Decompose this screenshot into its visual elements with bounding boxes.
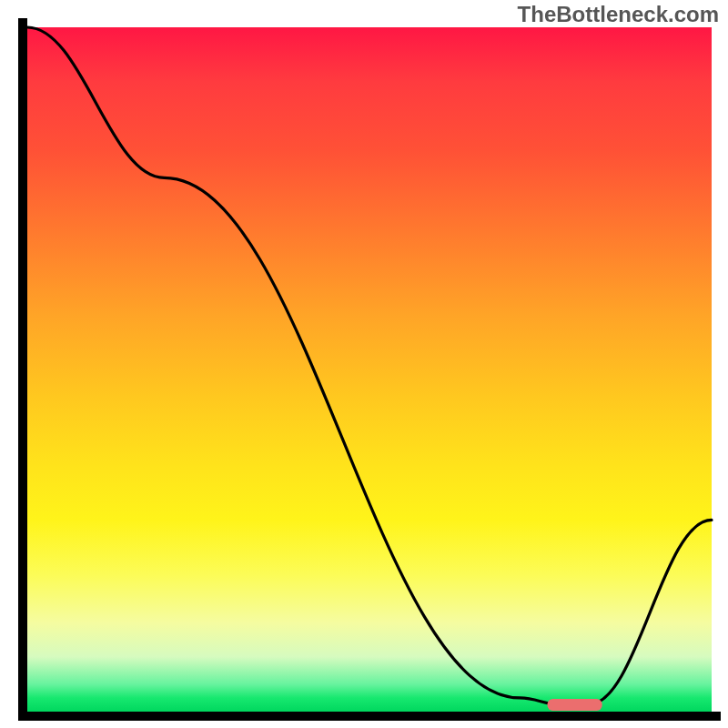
y-axis [18,18,27,721]
optimal-zone-marker [548,699,602,711]
bottleneck-curve [27,27,712,704]
chart-overlay [27,27,712,712]
chart-container: TheBottleneck.com [0,0,728,728]
watermark-text: TheBottleneck.com [518,2,719,27]
x-axis [18,712,721,721]
